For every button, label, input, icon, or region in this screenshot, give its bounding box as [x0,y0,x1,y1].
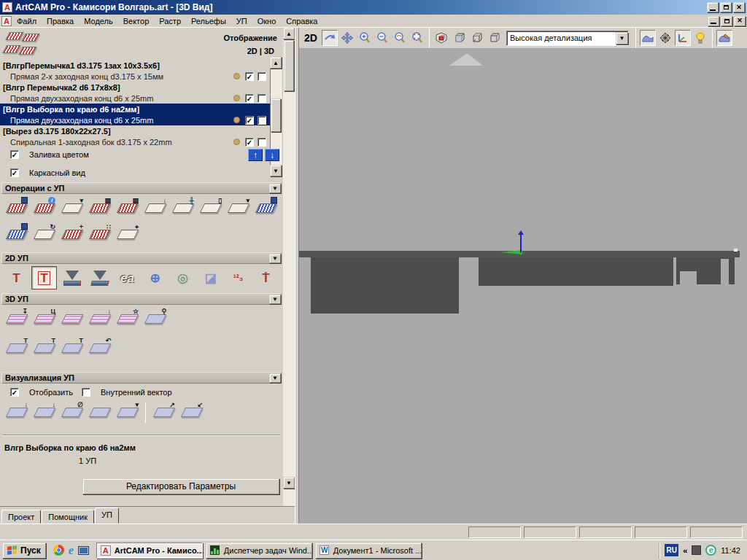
delete-block-icon[interactable]: ▾ [226,197,250,219]
engrave-plate-icon-1[interactable]: Т [4,337,28,359]
toolpath-tool[interactable]: Прямая двухзаходная конц d6 x 25mm✓ [0,114,270,125]
mdi-minimize-button[interactable] [708,16,719,26]
show-3d-checkbox[interactable] [258,72,266,81]
toolpath-group[interactable]: [Влгр Перемычка2 d6 17x8x8] [0,82,270,93]
zoom-in-icon[interactable] [357,30,373,46]
scroll-up-icon[interactable]: ▲ [270,57,282,69]
origin-axes-toggle[interactable] [675,30,691,46]
material-setup-icon[interactable]: ╫ [171,197,195,219]
show-checkbox[interactable]: ✓ [10,388,19,397]
menu-окно[interactable]: Окно [252,15,282,27]
tray-app-icon[interactable] [692,545,701,555]
inlay-toolpath-icon[interactable]: ◎ [171,267,195,289]
cutout-star-icon[interactable]: ☆ [115,308,139,330]
start-button[interactable]: Пуск [2,542,46,559]
antivirus-tray-icon[interactable]: e [705,545,716,556]
task-button-artcam[interactable]: AArtCAM Pro - Камисо... [96,542,203,559]
view-along-y-icon[interactable] [468,30,484,46]
bevel-carve-icon[interactable] [88,267,112,289]
load-simulation-icon[interactable]: ↙ [179,401,204,423]
panel-scroll-down-icon[interactable]: ▼ [283,477,295,489]
shaded-relief-toggle[interactable] [640,30,656,46]
menu-рельефы[interactable]: Рельефы [186,15,231,27]
dropdown-arrow-icon[interactable]: ▼ [616,32,628,44]
zoom-out-icon[interactable] [374,30,390,46]
switch-to-2d-button[interactable]: 2D [301,30,320,46]
toolpath-group[interactable]: [ВлгрПеремычка1 d3.175 1зах 10x3.5x6] [0,60,270,71]
detail-level-select[interactable]: Высокая детализация ▼ [506,31,629,46]
show-desktop-icon[interactable] [78,546,89,555]
transform-toolpath-icon[interactable]: ↻ [32,223,56,245]
profile-toolpath-icon[interactable]: Т [4,267,28,289]
menu-уп[interactable]: УП [231,15,252,27]
show-2d-checkbox[interactable]: ✓ [245,116,254,125]
save-simulation-icon[interactable]: ↗ [152,401,176,423]
calculate-toolpath-icon[interactable]: ▤ [88,197,112,219]
mdi-restore-button[interactable] [721,16,732,26]
lighting-toggle[interactable] [692,30,708,46]
wireframe-mesh-toggle[interactable] [657,30,673,46]
menu-справка[interactable]: Справка [281,15,322,27]
internet-explorer-icon[interactable]: e [69,545,74,556]
panel-scrollbar-thumb[interactable] [284,40,294,91]
toolpath-notes-icon[interactable]: ↓ [143,197,167,219]
scrollbar-thumb[interactable] [271,98,281,132]
undo-machining-icon[interactable]: ↶ [88,337,112,359]
menu-модель[interactable]: Модель [79,15,117,27]
show-option[interactable]: ✓ Отобразить [10,388,73,397]
move-toolpath-down-button[interactable]: ↓ [265,149,279,161]
menu-правка[interactable]: Правка [42,15,79,27]
area-clearance-icon[interactable]: Т [32,267,56,289]
edit-parameters-button[interactable]: Редактировать Параметры [82,478,279,494]
toolpath-template-icon[interactable]: ⌖ [115,223,139,245]
section-3d-toolpaths[interactable]: 3D УП ▼ [1,293,282,305]
fill-color-option[interactable]: ✓ Заливка цветом [10,150,89,159]
menu-вектор[interactable]: Вектор [118,15,155,27]
simulate-all-icon[interactable]: ∅ [60,401,84,423]
import-toolpath-icon[interactable] [4,223,28,245]
vcarve-toolpath-icon[interactable] [60,267,84,289]
toolpath-tool[interactable]: Прямая 2-х заходная конц d3.175 x 15мм✓ [0,71,270,82]
show-2d-checkbox[interactable]: ✓ [245,138,254,147]
zoom-previous-icon[interactable] [392,30,408,46]
minimize-button[interactable] [707,2,719,12]
toolpath-summary-icon[interactable]: i [32,197,56,219]
menu-файл[interactable]: Файл [12,15,42,27]
copy-toolpath-icon[interactable]: + [60,223,84,245]
chrome-icon[interactable] [53,545,64,556]
panel-scrollbar[interactable]: ▲ ▼ [283,28,295,506]
panel-scroll-up-icon[interactable]: ▲ [283,28,295,39]
rest-machining-icon[interactable]: ↓ [88,308,112,330]
wireframe-option[interactable]: ✓ Каркасный вид [10,168,85,177]
block-model-icon[interactable]: ▯ [198,197,222,219]
collapse-3d-icon[interactable]: ▼ [269,295,281,304]
tab-помощник[interactable]: Помощник [42,510,94,524]
section-visualization[interactable]: Визуализация УП ▼ [1,372,282,384]
zoom-extents-icon[interactable] [409,30,425,46]
fill-color-checkbox[interactable]: ✓ [10,150,19,159]
language-indicator[interactable]: RU [665,544,678,556]
pan-view-icon[interactable] [339,30,355,46]
delete-toolpath-icon[interactable]: ▾ [60,197,84,219]
toolpath-group[interactable]: [Влгр Выборка по краю d6 на2мм] [0,104,270,114]
scroll-down-icon[interactable]: ▼ [270,165,282,176]
show-2d-checkbox[interactable]: ✓ [245,94,254,103]
tab-проект[interactable]: Проект [1,510,41,524]
show-3d-checkbox[interactable] [258,138,266,147]
delete-simulation-icon[interactable]: ▾ [115,401,139,423]
save-toolpath-icon[interactable] [4,197,28,219]
drill-bank-icon[interactable]: ¹²₃ [226,267,250,289]
color-shade-toggle[interactable] [716,30,732,46]
view-along-x-icon[interactable] [451,30,467,46]
batch-calculate-icon[interactable]: ▤ [115,197,139,219]
simulation-block-icon[interactable] [88,401,112,423]
show-3d-checkbox[interactable] [258,94,266,103]
zlevel-roughing-icon[interactable] [60,308,84,330]
move-toolpath-up-button[interactable]: ↑ [248,149,263,161]
smart-engrave-icon[interactable]: ea [115,267,139,289]
section-operations[interactable]: Операции с УП ▼ [1,182,282,194]
close-button[interactable]: ✕ [733,2,745,12]
simulate-fast-icon[interactable]: ↓ [32,401,56,423]
section-2d-toolpaths[interactable]: 2D УП ▼ [1,252,282,264]
inner-vector-option[interactable]: Внутренний вектор [82,388,172,397]
